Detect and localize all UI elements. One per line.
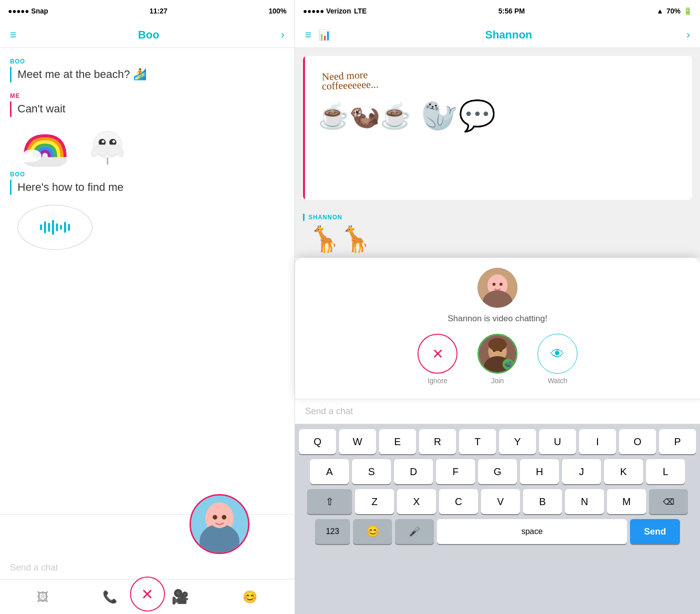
key-d[interactable]: D [394,459,433,484]
left-battery: 100% [268,7,286,15]
right-title: Shannon [485,28,532,41]
ghost-sticker [82,127,132,167]
key-x[interactable]: X [397,489,436,514]
phone-icon[interactable]: 📞 [102,590,118,604]
key-h[interactable]: H [520,459,559,484]
key-g[interactable]: G [478,459,517,484]
walrus-sticker: 🦭💬 [421,98,496,133]
giraffe-sticker: 🦒🦒 [309,225,371,254]
left-border-boo-2 [10,180,12,195]
key-c[interactable]: C [439,489,478,514]
right-sticker-row: ☕🦦☕ 🦭💬 [303,98,692,133]
watch-button[interactable]: 👁 [538,334,578,374]
shannon-label: SHANNON [303,214,692,221]
watch-label: Watch [548,377,567,385]
ignore-x-icon: ✕ [432,346,444,362]
right-send-chat-bar[interactable]: Send a chat [295,399,700,424]
message-block-me: ME Can't wait [10,92,284,117]
cancel-button[interactable]: ✕ [130,577,165,612]
svg-point-20 [492,283,496,286]
right-nav-bar: ≡ 📊 Shannon › [295,22,700,48]
key-i[interactable]: I [579,429,616,454]
svg-point-6 [102,140,104,142]
key-space[interactable]: space [437,519,627,544]
key-n[interactable]: N [565,489,604,514]
join-video-badge: 📹 [502,359,514,370]
ignore-label: Ignore [428,377,448,385]
watch-eye-icon: 👁 [550,346,564,362]
key-p[interactable]: P [659,429,696,454]
left-nav-bar: ≡ Boo › [0,22,294,48]
key-v[interactable]: V [481,489,520,514]
key-emoji[interactable]: 😊 [353,519,392,544]
left-send-chat-bar[interactable]: Send a chat [0,557,294,579]
video-icon[interactable]: 🎥 [172,589,189,605]
right-chart-icon[interactable]: 📊 [318,29,331,41]
key-e[interactable]: E [379,429,416,454]
key-w[interactable]: W [339,429,376,454]
key-y[interactable]: Y [499,429,536,454]
key-j[interactable]: J [562,459,601,484]
svg-point-7 [112,140,115,142]
key-z[interactable]: Z [355,489,394,514]
key-q[interactable]: Q [299,429,336,454]
key-s[interactable]: S [352,459,391,484]
status-right-left: ●●●●● Verizon LTE [303,7,366,15]
right-chevron-icon[interactable]: › [686,28,690,41]
sticker-row [18,127,284,167]
sender-label-boo: BOO [10,58,284,65]
key-l[interactable]: L [646,459,685,484]
svg-point-27 [488,338,507,351]
left-avatar-circle [190,494,250,554]
x-icon: ✕ [141,586,154,603]
photo-icon[interactable]: 🖼 [37,590,49,604]
sender-label-me: ME [10,92,284,99]
right-signal: ●●●●● Verizon [303,7,351,15]
key-m[interactable]: M [607,489,646,514]
message-text-me: Can't wait [18,101,66,117]
shannon-section: SHANNON 🦒🦒 [295,208,700,258]
status-bar-left: ●●●●● Snap 11:27 100% [0,0,294,22]
left-bottom: Send a chat 🖼 📞 [0,514,294,614]
left-title: Boo [138,28,160,41]
key-o[interactable]: O [619,429,656,454]
left-hamburger-icon[interactable]: ≡ [10,28,16,41]
right-panel: ●●●●● Verizon LTE 5:56 PM ▲ 70% 🔋 ≡ 📊 Sh… [295,0,700,614]
right-time: 5:56 PM [498,7,525,15]
key-u[interactable]: U [539,429,576,454]
key-r[interactable]: R [419,429,456,454]
left-chevron-icon[interactable]: › [281,28,284,41]
right-chat-area: Need more coffeeeeeee... ☕🦦☕ 🦭💬 [295,48,700,208]
rainbow-sticker [18,127,72,167]
message-text-boo-1: Meet me at the beach? 🏄 [18,67,146,82]
svg-point-21 [500,283,502,286]
right-send-chat-input[interactable]: Send a chat [305,406,690,417]
key-f[interactable]: F [436,459,475,484]
ignore-button[interactable]: ✕ [418,334,458,374]
svg-text:coffeeeeeee...: coffeeeeeee... [322,78,378,91]
red-stripe [303,56,305,200]
left-chat-area: BOO Meet me at the beach? 🏄 ME Can't wai… [0,48,294,514]
left-action-bar: 🖼 📞 ✕ 🎥 😊 [0,579,294,614]
watch-action: 👁 Watch [538,334,578,385]
video-actions: ✕ Ignore [418,334,578,385]
key-k[interactable]: K [604,459,643,484]
key-delete[interactable]: ⌫ [649,489,688,514]
right-hamburger-icon[interactable]: ≡ [305,28,312,41]
sender-label-boo-2: BOO [10,171,284,178]
key-123[interactable]: 123 [315,519,350,544]
send-button[interactable]: Send [630,519,680,544]
key-b[interactable]: B [523,489,562,514]
voice-note[interactable] [18,205,92,250]
key-t[interactable]: T [459,429,496,454]
join-button[interactable]: 📹 [478,334,518,374]
key-shift[interactable]: ⇧ [307,489,352,514]
video-chat-modal: Shannon is video chatting! ✕ Ignore [295,258,700,399]
message-block-boo-1: BOO Meet me at the beach? 🏄 [10,58,284,82]
key-a[interactable]: A [310,459,349,484]
left-send-chat-placeholder: Send a chat [10,563,58,573]
emoji-icon[interactable]: 😊 [242,590,258,604]
keyboard-row-2: A S D F G H J K L [299,459,696,484]
right-lte: LTE [354,7,366,15]
key-mic[interactable]: 🎤 [395,519,434,544]
